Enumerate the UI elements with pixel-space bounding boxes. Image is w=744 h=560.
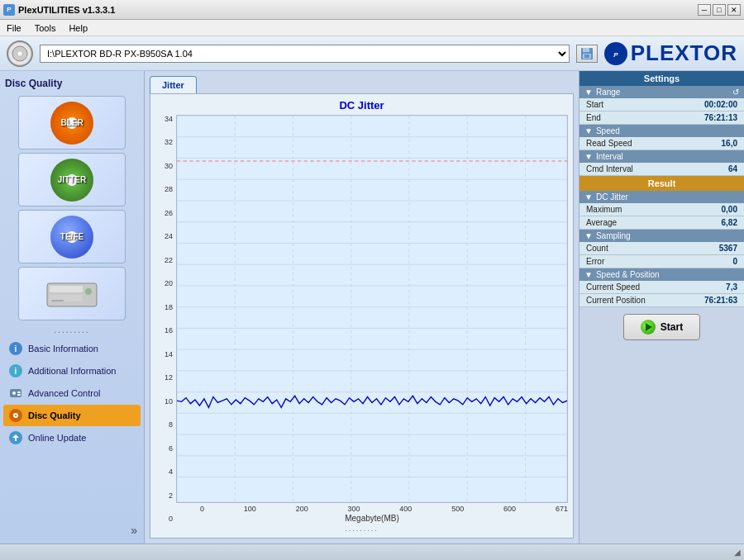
nav-online-update-label: Online Update	[28, 433, 86, 443]
svg-text:i: i	[15, 344, 17, 354]
expand-arrow[interactable]: »	[3, 520, 141, 540]
title-bar-left: P PlexUTILITIES v1.3.3.1	[3, 4, 115, 16]
result-header: Result	[579, 176, 744, 191]
nav-items: i Basic Information i Additional Informa…	[3, 338, 141, 448]
resize-handle[interactable]: ◢	[734, 548, 741, 557]
svg-point-1	[17, 51, 22, 56]
interval-row: Cmd Interval 64	[579, 163, 744, 176]
sampling-count-row: Count 5367	[579, 242, 744, 255]
restore-button[interactable]: □	[713, 4, 726, 16]
app-title: PlexUTILITIES v1.3.3.1	[18, 5, 115, 15]
disc-tefe[interactable]: TE/FE	[18, 210, 126, 263]
dcjitter-collapse[interactable]: ▼	[584, 192, 593, 202]
dcjitter-max-row: Maximum 0,00	[579, 203, 744, 216]
settings-section-speedpos: ▼ Speed & Position	[579, 268, 744, 281]
interval-collapse[interactable]: ▼	[584, 152, 593, 161]
dcjitter-avg-row: Average 6,82	[579, 216, 744, 230]
basic-info-icon: i	[8, 341, 23, 356]
nav-online-update[interactable]: Online Update	[3, 427, 141, 448]
y-axis: 34 32 30 28 26 24 22 20 18 16 14 12 10 8…	[155, 115, 176, 523]
disc-bler-label: BLER	[60, 118, 83, 127]
tab-jitter[interactable]: Jitter	[150, 76, 197, 93]
sampling-error-row: Error 0	[579, 255, 744, 268]
title-bar: P PlexUTILITIES v1.3.3.1 ─ □ ✕	[0, 0, 744, 20]
nav-additional-label: Additional Information	[28, 366, 116, 376]
close-button[interactable]: ✕	[727, 4, 741, 16]
plextor-text: PLEXTOR	[631, 40, 737, 66]
chart-container: 34 32 30 28 26 24 22 20 18 16 14 12 10 8…	[155, 115, 568, 523]
play-triangle	[646, 323, 652, 331]
menu-tools[interactable]: Tools	[31, 22, 60, 34]
svg-point-11	[85, 288, 92, 295]
disc-icons: BLER JITTER TE/FE	[3, 93, 141, 324]
range-collapse[interactable]: ▼	[584, 88, 593, 97]
drive-icon	[7, 40, 33, 67]
current-speed-row: Current Speed 7,3	[579, 281, 744, 294]
online-update-icon	[8, 430, 23, 445]
start-btn-container: Start	[579, 307, 744, 347]
chart-title: DC Jitter	[155, 99, 568, 112]
speedpos-collapse[interactable]: ▼	[584, 270, 593, 279]
menu-help[interactable]: Help	[65, 22, 91, 34]
chart-panel: DC Jitter 34 32 30 28 26 24 22 20 18 16 …	[150, 93, 574, 539]
start-icon	[641, 320, 656, 335]
svg-rect-20	[17, 394, 21, 396]
disc-jitter-label: JITTER	[58, 175, 86, 184]
menu-file[interactable]: File	[3, 22, 25, 34]
chart-svg	[177, 116, 567, 502]
svg-rect-12	[51, 300, 64, 301]
range-start-row: Start 00:02:00	[579, 98, 744, 112]
settings-header: Settings	[579, 71, 744, 86]
plextor-logo: P PLEXTOR	[604, 40, 737, 66]
svg-rect-19	[17, 392, 21, 393]
sidebar: Disc Quality BLER JITTER TE/FE	[0, 71, 145, 543]
advanced-control-icon	[8, 386, 23, 401]
settings-section-speed: ▼ Speed	[579, 125, 744, 137]
nav-advanced-control[interactable]: Advanced Control	[3, 382, 141, 404]
range-refresh-icon[interactable]: ↺	[732, 88, 739, 97]
nav-basic-label: Basic Information	[28, 344, 98, 354]
x-axis: 0 100 200 300 400 500 600 671	[176, 505, 568, 513]
drive-selector[interactable]: I:\PLEXTOR BD-R PX-B950SA 1.04	[40, 45, 570, 63]
svg-point-18	[12, 392, 16, 395]
speed-collapse[interactable]: ▼	[584, 126, 593, 135]
x-axis-label: Megabyte(MB)	[176, 514, 568, 523]
start-label: Start	[661, 321, 683, 333]
settings-panel: Settings ▼ Range ↺ Start 00:02:00 End 76…	[579, 71, 744, 543]
settings-section-sampling: ▼ Sampling	[579, 230, 744, 242]
current-position-row: Current Position 76:21:63	[579, 294, 744, 307]
content-area: Jitter DC Jitter 34 32 30 28 26 24 22 20…	[145, 71, 579, 543]
svg-rect-9	[50, 286, 83, 292]
chart-dots: .........	[155, 524, 568, 533]
disc-jitter[interactable]: JITTER	[18, 153, 126, 206]
menu-bar: File Tools Help	[0, 20, 744, 36]
range-end-row: End 76:21:13	[579, 112, 744, 125]
additional-info-icon: i	[8, 363, 23, 378]
save-button[interactable]	[576, 45, 598, 63]
speed-row: Read Speed 16,0	[579, 137, 744, 150]
nav-basic-information[interactable]: i Basic Information	[3, 338, 141, 359]
start-button[interactable]: Start	[623, 314, 700, 340]
disc-drive[interactable]	[18, 267, 126, 320]
svg-text:P: P	[613, 51, 618, 59]
settings-section-dcjitter: ▼ DC Jitter	[579, 191, 744, 203]
disc-bler[interactable]: BLER	[18, 96, 126, 149]
settings-section-interval: ▼ Interval	[579, 150, 744, 163]
chart-area	[176, 115, 568, 503]
plextor-logo-icon: P	[604, 42, 627, 65]
svg-rect-5	[584, 55, 589, 58]
drive-svg	[43, 275, 101, 312]
disc-tefe-label: TE/FE	[60, 232, 83, 241]
nav-additional-information[interactable]: i Additional Information	[3, 360, 141, 382]
nav-disc-quality[interactable]: Disc Quality	[3, 405, 141, 426]
title-bar-controls: ─ □ ✕	[698, 4, 741, 16]
nav-disc-quality-label: Disc Quality	[28, 411, 81, 420]
toolbar: I:\PLEXTOR BD-R PX-B950SA 1.04 P PLEXTOR	[0, 36, 744, 71]
sampling-collapse[interactable]: ▼	[584, 231, 593, 240]
minimize-button[interactable]: ─	[698, 4, 711, 16]
svg-text:i: i	[15, 367, 17, 376]
tab-bar: Jitter	[150, 76, 574, 93]
settings-section-range: ▼ Range ↺	[579, 86, 744, 98]
disc-quality-icon	[8, 408, 23, 423]
sidebar-dots-top: .........	[3, 325, 141, 335]
